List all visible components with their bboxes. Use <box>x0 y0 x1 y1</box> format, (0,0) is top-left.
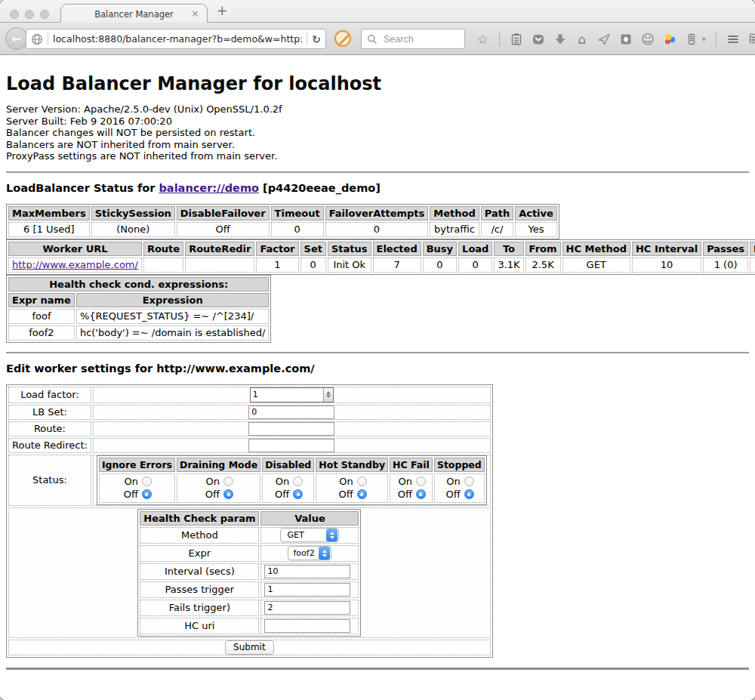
close-window-button[interactable] <box>10 10 19 19</box>
expr-select-value: foof2 <box>293 548 314 558</box>
field-value-cell: foof2 <box>260 545 359 562</box>
home-icon[interactable]: ⌂ <box>575 32 589 46</box>
pocket-icon[interactable] <box>532 32 545 46</box>
worker-url-cell: http://www.example.com/ <box>8 257 142 273</box>
radio-off-selected[interactable] <box>416 489 426 499</box>
radio-on[interactable] <box>464 476 474 486</box>
radio-on-label: On <box>204 476 220 488</box>
server-info-line: ProxyPass settings are NOT inherited fro… <box>6 150 749 162</box>
url-bar[interactable]: localhost:8880/balancer-manager?b=demo&w… <box>26 29 326 49</box>
table-cell: 1 (0) <box>703 257 748 273</box>
divider <box>6 171 749 173</box>
status-column-header: Disabled <box>262 458 314 472</box>
select-stepper-icon <box>326 529 337 541</box>
search-icon <box>367 34 378 45</box>
radio-on[interactable] <box>416 476 426 486</box>
worker-url-link[interactable]: http://www.example.com/ <box>12 259 138 270</box>
extension-device-icon[interactable] <box>685 32 698 46</box>
send-tab-icon[interactable] <box>597 32 611 46</box>
table-cell: 0 <box>458 257 492 273</box>
hc-row-method: Method GET <box>140 527 359 544</box>
menu-hamburger-icon[interactable] <box>726 32 740 46</box>
field-label: Fails trigger) <box>140 600 259 616</box>
radio-on[interactable] <box>142 476 152 486</box>
table-cell: 6 [1 Used] <box>8 222 90 237</box>
server-info-line: Server Version: Apache/2.5.0-dev (Unix) … <box>6 103 749 116</box>
radio-off-selected[interactable] <box>142 489 152 499</box>
table-cell: (None) <box>91 222 175 237</box>
table-cell: 2.5K <box>525 257 561 273</box>
field-value-cell <box>93 438 491 453</box>
radio-off-selected[interactable] <box>293 489 303 499</box>
form-row-route: Route: <box>8 421 491 436</box>
number-stepper-icon[interactable] <box>323 388 333 402</box>
content-blocked-icon[interactable] <box>334 30 351 47</box>
field-label: Expr <box>140 545 259 562</box>
back-button[interactable]: ← <box>5 27 28 50</box>
toolbar-divider <box>499 32 500 47</box>
radio-on[interactable] <box>223 476 233 486</box>
radio-off-label: Off <box>122 489 138 501</box>
route-input[interactable] <box>248 422 334 436</box>
radio-off-selected[interactable] <box>357 489 367 499</box>
table-cell: 2 (0) <box>750 257 755 273</box>
column-header: Status <box>328 242 371 256</box>
load-factor-input[interactable] <box>251 388 323 402</box>
heading-text: LoadBalancer Status for <box>6 182 159 194</box>
expr-table-title: Health check cond. expressions: <box>8 277 269 291</box>
column-header: Health Check param <box>140 511 259 526</box>
column-header: Active <box>515 206 557 220</box>
hc-row-fails: Fails trigger) <box>140 600 359 616</box>
lb-set-input[interactable] <box>248 406 334 419</box>
browser-window: Balancer Manager × + ← localhost:8880/ba… <box>0 0 755 700</box>
form-row-lb-set: LB Set: <box>8 405 491 420</box>
zoom-window-button[interactable] <box>40 10 49 19</box>
method-select[interactable]: GET <box>280 528 339 542</box>
table-cell: 10 <box>632 257 701 273</box>
field-label: Status: <box>8 455 91 506</box>
tab-close-icon[interactable]: × <box>191 8 199 20</box>
column-header: Expr name <box>8 293 75 307</box>
radio-on[interactable] <box>293 476 303 486</box>
radio-on[interactable] <box>357 476 367 486</box>
column-header: Value <box>260 511 359 526</box>
fails-trigger-input[interactable] <box>264 601 350 615</box>
search-input[interactable] <box>382 33 459 45</box>
downloads-icon[interactable] <box>553 32 567 46</box>
chevron-down-icon[interactable]: ▾ <box>702 35 706 43</box>
tab-balancer-manager[interactable]: Balancer Manager × <box>60 4 208 23</box>
submit-button[interactable]: Submit <box>225 640 274 655</box>
form-row-submit: Submit <box>8 640 491 655</box>
expr-value-cell: %{REQUEST_STATUS} =~ /^[234]/ <box>76 309 270 324</box>
load-factor-input-wrap <box>250 387 334 402</box>
expr-select[interactable]: foof2 <box>288 546 331 560</box>
radio-off-label: Off <box>273 489 289 501</box>
tab-bar: Balancer Manager × + <box>0 0 755 23</box>
interval-input[interactable] <box>264 565 350 578</box>
field-value-cell <box>260 618 359 634</box>
status-radio-cell: On Off <box>434 473 485 503</box>
radio-on-label: On <box>337 476 353 488</box>
colored-dots-icon[interactable] <box>663 32 676 46</box>
feedback-smiley-icon[interactable]: ☺ <box>641 32 655 46</box>
expr-row: foof %{REQUEST_STATUS} =~ /^[234]/ <box>8 309 269 324</box>
route-redirect-input[interactable] <box>248 439 334 452</box>
bookmark-star-icon[interactable]: ☆ <box>476 32 489 46</box>
page-tools-grid-icon[interactable] <box>748 32 755 46</box>
passes-trigger-input[interactable] <box>264 583 350 597</box>
hc-uri-input[interactable] <box>264 619 350 633</box>
balancer-demo-link[interactable]: balancer://demo <box>159 182 259 194</box>
new-tab-button[interactable]: + <box>217 3 227 18</box>
reload-icon[interactable]: ↻ <box>312 33 321 45</box>
minimize-window-button[interactable] <box>25 10 34 19</box>
clipboard-icon[interactable] <box>510 32 523 46</box>
radio-off-selected[interactable] <box>223 489 233 499</box>
column-header: Route <box>143 242 183 256</box>
radio-off-selected[interactable] <box>464 489 474 499</box>
save-page-icon[interactable] <box>619 32 633 46</box>
table-cell: /c/ <box>481 222 513 237</box>
search-bar[interactable] <box>361 29 465 49</box>
worker-status-table: Worker URLRouteRouteRedirFactorSetStatus… <box>6 239 755 275</box>
balancer-status-table: MaxMembersStickySessionDisableFailoverTi… <box>6 204 559 239</box>
url-text[interactable]: localhost:8880/balancer-manager?b=demo&w… <box>53 33 302 45</box>
